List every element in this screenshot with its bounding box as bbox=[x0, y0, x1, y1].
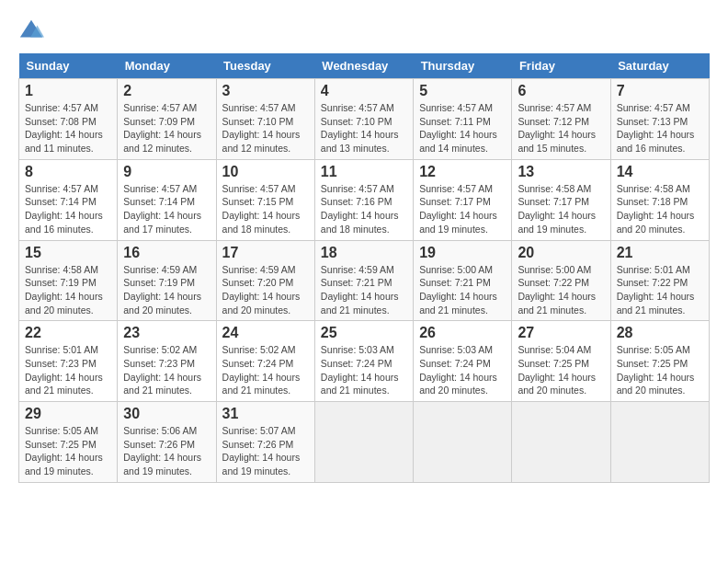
calendar-cell: 16 Sunrise: 4:59 AMSunset: 7:19 PMDaylig… bbox=[118, 240, 216, 321]
day-info: Sunrise: 4:57 AMSunset: 7:15 PMDaylight:… bbox=[222, 182, 309, 236]
day-number: 18 bbox=[321, 245, 407, 261]
day-number: 28 bbox=[617, 325, 703, 341]
calendar-cell: 7 Sunrise: 4:57 AMSunset: 7:13 PMDayligh… bbox=[610, 79, 709, 160]
day-number: 17 bbox=[222, 245, 309, 261]
calendar-cell: 27 Sunrise: 5:04 AMSunset: 7:25 PMDaylig… bbox=[512, 321, 610, 402]
calendar-cell: 13 Sunrise: 4:58 AMSunset: 7:17 PMDaylig… bbox=[512, 159, 610, 240]
calendar-cell: 3 Sunrise: 4:57 AMSunset: 7:10 PMDayligh… bbox=[216, 79, 314, 160]
day-info: Sunrise: 5:03 AMSunset: 7:24 PMDaylight:… bbox=[321, 343, 407, 397]
day-number: 16 bbox=[123, 245, 210, 261]
col-saturday: Saturday bbox=[610, 53, 709, 79]
day-number: 10 bbox=[222, 164, 309, 180]
calendar-cell: 8 Sunrise: 4:57 AMSunset: 7:14 PMDayligh… bbox=[19, 159, 118, 240]
day-number: 15 bbox=[25, 245, 111, 261]
col-friday: Friday bbox=[512, 53, 610, 79]
calendar-cell: 9 Sunrise: 4:57 AMSunset: 7:14 PMDayligh… bbox=[118, 159, 216, 240]
day-number: 12 bbox=[419, 164, 506, 180]
day-info: Sunrise: 4:57 AMSunset: 7:11 PMDaylight:… bbox=[419, 101, 506, 155]
day-info: Sunrise: 4:57 AMSunset: 7:12 PMDaylight:… bbox=[518, 101, 604, 155]
day-number: 4 bbox=[321, 83, 407, 99]
day-info: Sunrise: 4:57 AMSunset: 7:09 PMDaylight:… bbox=[123, 101, 210, 155]
day-info: Sunrise: 4:57 AMSunset: 7:10 PMDaylight:… bbox=[321, 101, 407, 155]
day-info: Sunrise: 4:57 AMSunset: 7:13 PMDaylight:… bbox=[617, 101, 703, 155]
day-number: 7 bbox=[617, 83, 703, 99]
day-number: 13 bbox=[518, 164, 604, 180]
day-number: 29 bbox=[25, 406, 111, 422]
week-row-5: 29 Sunrise: 5:05 AMSunset: 7:25 PMDaylig… bbox=[19, 402, 710, 483]
day-number: 21 bbox=[617, 245, 703, 261]
day-info: Sunrise: 5:01 AMSunset: 7:22 PMDaylight:… bbox=[617, 263, 703, 317]
calendar-cell: 19 Sunrise: 5:00 AMSunset: 7:21 PMDaylig… bbox=[414, 240, 512, 321]
day-info: Sunrise: 4:57 AMSunset: 7:08 PMDaylight:… bbox=[25, 101, 111, 155]
calendar-cell bbox=[414, 402, 512, 483]
calendar-cell: 23 Sunrise: 5:02 AMSunset: 7:23 PMDaylig… bbox=[118, 321, 216, 402]
calendar-cell: 30 Sunrise: 5:06 AMSunset: 7:26 PMDaylig… bbox=[118, 402, 216, 483]
day-info: Sunrise: 4:58 AMSunset: 7:18 PMDaylight:… bbox=[617, 182, 703, 236]
calendar-cell: 26 Sunrise: 5:03 AMSunset: 7:24 PMDaylig… bbox=[414, 321, 512, 402]
calendar-cell: 12 Sunrise: 4:57 AMSunset: 7:17 PMDaylig… bbox=[414, 159, 512, 240]
calendar-cell: 10 Sunrise: 4:57 AMSunset: 7:15 PMDaylig… bbox=[216, 159, 314, 240]
day-info: Sunrise: 5:00 AMSunset: 7:21 PMDaylight:… bbox=[419, 263, 506, 317]
day-info: Sunrise: 4:58 AMSunset: 7:17 PMDaylight:… bbox=[518, 182, 604, 236]
day-info: Sunrise: 4:57 AMSunset: 7:14 PMDaylight:… bbox=[123, 182, 210, 236]
day-number: 22 bbox=[25, 325, 111, 341]
day-number: 31 bbox=[222, 406, 309, 422]
calendar-cell: 4 Sunrise: 4:57 AMSunset: 7:10 PMDayligh… bbox=[314, 79, 413, 160]
calendar-cell: 14 Sunrise: 4:58 AMSunset: 7:18 PMDaylig… bbox=[610, 159, 709, 240]
day-number: 26 bbox=[419, 325, 506, 341]
calendar-cell: 11 Sunrise: 4:57 AMSunset: 7:16 PMDaylig… bbox=[314, 159, 413, 240]
logo bbox=[18, 18, 48, 44]
calendar-cell: 29 Sunrise: 5:05 AMSunset: 7:25 PMDaylig… bbox=[19, 402, 118, 483]
week-row-3: 15 Sunrise: 4:58 AMSunset: 7:19 PMDaylig… bbox=[19, 240, 710, 321]
col-sunday: Sunday bbox=[19, 53, 118, 79]
col-wednesday: Wednesday bbox=[314, 53, 413, 79]
day-number: 19 bbox=[419, 245, 506, 261]
calendar-cell: 22 Sunrise: 5:01 AMSunset: 7:23 PMDaylig… bbox=[19, 321, 118, 402]
day-info: Sunrise: 4:57 AMSunset: 7:17 PMDaylight:… bbox=[419, 182, 506, 236]
calendar-cell: 5 Sunrise: 4:57 AMSunset: 7:11 PMDayligh… bbox=[414, 79, 512, 160]
day-number: 24 bbox=[222, 325, 309, 341]
calendar-cell: 25 Sunrise: 5:03 AMSunset: 7:24 PMDaylig… bbox=[314, 321, 413, 402]
day-info: Sunrise: 4:58 AMSunset: 7:19 PMDaylight:… bbox=[25, 263, 111, 317]
calendar-cell bbox=[314, 402, 413, 483]
day-info: Sunrise: 5:05 AMSunset: 7:25 PMDaylight:… bbox=[617, 343, 703, 397]
day-number: 2 bbox=[123, 83, 210, 99]
calendar-cell: 31 Sunrise: 5:07 AMSunset: 7:26 PMDaylig… bbox=[216, 402, 314, 483]
col-monday: Monday bbox=[118, 53, 216, 79]
day-info: Sunrise: 5:06 AMSunset: 7:26 PMDaylight:… bbox=[123, 424, 210, 478]
day-info: Sunrise: 5:05 AMSunset: 7:25 PMDaylight:… bbox=[25, 424, 111, 478]
day-info: Sunrise: 4:57 AMSunset: 7:14 PMDaylight:… bbox=[25, 182, 111, 236]
day-info: Sunrise: 5:01 AMSunset: 7:23 PMDaylight:… bbox=[25, 343, 111, 397]
calendar-cell: 1 Sunrise: 4:57 AMSunset: 7:08 PMDayligh… bbox=[19, 79, 118, 160]
day-info: Sunrise: 5:04 AMSunset: 7:25 PMDaylight:… bbox=[518, 343, 604, 397]
day-info: Sunrise: 5:00 AMSunset: 7:22 PMDaylight:… bbox=[518, 263, 604, 317]
calendar-cell: 15 Sunrise: 4:58 AMSunset: 7:19 PMDaylig… bbox=[19, 240, 118, 321]
day-number: 27 bbox=[518, 325, 604, 341]
day-info: Sunrise: 4:59 AMSunset: 7:20 PMDaylight:… bbox=[222, 263, 309, 317]
day-number: 23 bbox=[123, 325, 210, 341]
day-number: 8 bbox=[25, 164, 111, 180]
day-info: Sunrise: 4:57 AMSunset: 7:10 PMDaylight:… bbox=[222, 101, 309, 155]
day-number: 3 bbox=[222, 83, 309, 99]
day-number: 1 bbox=[25, 83, 111, 99]
col-thursday: Thursday bbox=[414, 53, 512, 79]
day-number: 14 bbox=[617, 164, 703, 180]
day-info: Sunrise: 4:59 AMSunset: 7:21 PMDaylight:… bbox=[321, 263, 407, 317]
header-row: Sunday Monday Tuesday Wednesday Thursday… bbox=[19, 53, 710, 79]
col-tuesday: Tuesday bbox=[216, 53, 314, 79]
day-info: Sunrise: 4:57 AMSunset: 7:16 PMDaylight:… bbox=[321, 182, 407, 236]
week-row-2: 8 Sunrise: 4:57 AMSunset: 7:14 PMDayligh… bbox=[19, 159, 710, 240]
calendar-cell: 6 Sunrise: 4:57 AMSunset: 7:12 PMDayligh… bbox=[512, 79, 610, 160]
day-info: Sunrise: 5:02 AMSunset: 7:23 PMDaylight:… bbox=[123, 343, 210, 397]
calendar-cell bbox=[512, 402, 610, 483]
day-info: Sunrise: 5:02 AMSunset: 7:24 PMDaylight:… bbox=[222, 343, 309, 397]
day-number: 20 bbox=[518, 245, 604, 261]
calendar-cell: 28 Sunrise: 5:05 AMSunset: 7:25 PMDaylig… bbox=[610, 321, 709, 402]
day-number: 30 bbox=[123, 406, 210, 422]
calendar-cell: 24 Sunrise: 5:02 AMSunset: 7:24 PMDaylig… bbox=[216, 321, 314, 402]
calendar-cell: 20 Sunrise: 5:00 AMSunset: 7:22 PMDaylig… bbox=[512, 240, 610, 321]
calendar-cell: 18 Sunrise: 4:59 AMSunset: 7:21 PMDaylig… bbox=[314, 240, 413, 321]
week-row-4: 22 Sunrise: 5:01 AMSunset: 7:23 PMDaylig… bbox=[19, 321, 710, 402]
day-info: Sunrise: 4:59 AMSunset: 7:19 PMDaylight:… bbox=[123, 263, 210, 317]
calendar-cell: 2 Sunrise: 4:57 AMSunset: 7:09 PMDayligh… bbox=[118, 79, 216, 160]
